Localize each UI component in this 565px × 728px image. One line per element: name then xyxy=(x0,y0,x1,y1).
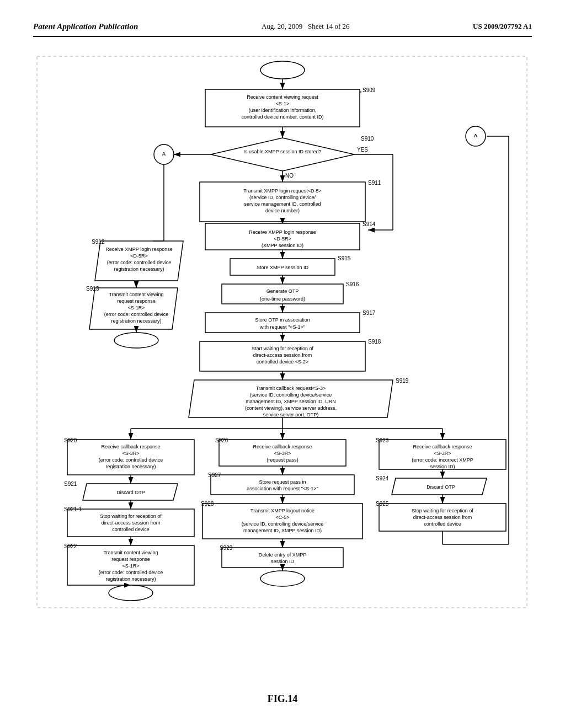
s9211-text3: controlled device xyxy=(112,527,150,532)
s922-text4: (error code: controlled device xyxy=(99,570,163,575)
s913-text1: Transmit content viewing xyxy=(109,292,163,297)
s925-label: S925 xyxy=(376,501,389,507)
yes-label: YES xyxy=(357,147,368,153)
s926-text2: <S-3R> xyxy=(274,451,291,456)
connector-a-label: A xyxy=(162,151,166,157)
end-oval-2 xyxy=(109,585,153,601)
s913-text3: <S-1R> xyxy=(127,305,145,311)
s917-text2: with request "<S-1>" xyxy=(259,324,305,330)
connector-a2-label: A xyxy=(474,133,478,138)
s909-text: Receive content viewing request xyxy=(247,94,318,100)
s909-text3: (user identification information, xyxy=(249,108,317,113)
header-center: Aug. 20, 2009 Sheet 14 of 26 xyxy=(262,22,350,31)
no-label: NO xyxy=(285,173,294,179)
s919-text3: management ID, XMPP session ID, URN xyxy=(246,399,335,404)
s925-text1: Stop waiting for reception of xyxy=(412,508,473,513)
s913-text5: registration necessary) xyxy=(111,318,161,324)
s9211-label: S921-1 xyxy=(64,506,82,512)
page: Patent Application Publication Aug. 20, … xyxy=(0,0,565,728)
s928-text1: Transmit XMPP logout notice xyxy=(250,508,315,513)
s912-text1: Receive XMPP login response xyxy=(105,247,172,252)
s914-text1: Receive XMPP login response xyxy=(249,229,316,235)
s924-text: Discard OTP xyxy=(427,484,455,490)
s9211-text2: direct-access session from xyxy=(102,520,161,526)
s928-text2: <C-5> xyxy=(275,515,289,520)
header-title: Patent Application Publication xyxy=(33,22,138,31)
s919-text4: (content viewing), service server addres… xyxy=(245,405,337,411)
s913-label: S913 xyxy=(86,286,99,292)
s918-label: S918 xyxy=(368,339,381,345)
s911-text4: device number) xyxy=(265,208,300,213)
s917-text1: Store OTP in association xyxy=(255,317,310,323)
s920-label: S920 xyxy=(64,437,77,443)
s916-label: S916 xyxy=(346,281,359,287)
s909-text4: controlled device number, content ID) xyxy=(241,114,323,120)
s914-text3: (XMPP session ID) xyxy=(262,243,303,248)
s914-text2: <D-5R> xyxy=(274,236,291,242)
s912-text2: <D-5R> xyxy=(130,253,148,259)
s911-text2: (service ID, controlling device/ xyxy=(249,195,316,200)
s929-label: S929 xyxy=(220,545,233,551)
s922-text3: <S-1R> xyxy=(122,563,139,569)
s916-text1: Generate OTP xyxy=(266,288,299,294)
s927-text1: Store request pass in xyxy=(259,479,306,485)
s912-text4: registration necessary) xyxy=(114,266,164,272)
fig-label: FIG.14 xyxy=(33,693,532,705)
s925-text2: direct-access session from xyxy=(413,515,472,520)
s922-text2: request response xyxy=(111,556,150,562)
s921-label: S921 xyxy=(64,481,77,487)
s922-label: S922 xyxy=(64,543,77,549)
s927-text2: association with request "<S-1>" xyxy=(247,486,318,491)
s912-label: S912 xyxy=(92,239,105,245)
header-patent: US 2009/207792 A1 xyxy=(473,22,532,31)
s919-label: S919 xyxy=(396,378,409,384)
s914-label: S914 xyxy=(363,221,376,227)
flowchart-svg: Receive content viewing request <S-1> (u… xyxy=(33,53,532,688)
s911-text1: Transmit XMPP login request<D-5> xyxy=(243,188,322,194)
s909-label: S909 xyxy=(363,87,376,93)
s923-label: S923 xyxy=(376,437,389,443)
s915-text: Store XMPP session ID xyxy=(257,265,308,270)
s929-text1: Delete entry of XMPP xyxy=(259,552,307,558)
start-oval xyxy=(260,61,305,79)
s928-text3: (service ID, controlling device/service xyxy=(242,521,324,527)
s909-text2: <S-1> xyxy=(276,101,290,106)
s920-text4: registration necessary) xyxy=(105,464,156,469)
s920-text2: <S-3R> xyxy=(122,451,139,456)
s928-text4: management ID, XMPP session ID) xyxy=(243,528,322,533)
s915-label: S915 xyxy=(338,255,351,261)
end-oval-1 xyxy=(114,333,158,348)
s929-text2: session ID xyxy=(271,559,295,564)
s919-text1: Transmit callback request<S-3> xyxy=(256,386,326,391)
s913-text4: (error code: controlled device xyxy=(104,312,169,317)
header-sheet: Sheet 14 of 26 xyxy=(308,22,349,30)
s922-text1: Transmit content viewing xyxy=(103,550,158,555)
s927-label: S927 xyxy=(208,472,221,478)
end-oval-3 xyxy=(260,571,305,586)
s922-text5: registration necessary) xyxy=(105,576,156,582)
s923-text3: (error code: incorrect XMPP xyxy=(412,457,473,463)
s918-text3: controlled device <S-2> xyxy=(257,359,309,365)
s920-text1: Receive callback response xyxy=(101,444,160,449)
page-header: Patent Application Publication Aug. 20, … xyxy=(33,22,532,37)
s926-label: S926 xyxy=(215,437,228,443)
s921-text: Discard OTP xyxy=(116,490,145,495)
s926-text3: (request pass) xyxy=(266,457,299,463)
s928-label: S928 xyxy=(201,501,214,507)
s918-text2: direct-access session from xyxy=(253,352,312,358)
s924-label: S924 xyxy=(376,475,389,481)
s912-text3: (error code: controlled device xyxy=(107,260,172,265)
s919-text2: (service ID, controlling device/service xyxy=(250,392,332,398)
s919-text5: service server port, OTP) xyxy=(263,412,319,417)
s923-text4: session ID) xyxy=(430,464,455,469)
s910-label: S910 xyxy=(361,136,374,142)
s916-text2: (one-time password) xyxy=(260,296,305,302)
s9211-text1: Stop waiting for reception of xyxy=(100,513,162,519)
s911-label: S911 xyxy=(368,180,381,186)
s920-text3: (error code: controlled device xyxy=(99,457,163,463)
s910-text: Is usable XMPP session ID stored? xyxy=(244,149,322,154)
s923-text2: <S-3R> xyxy=(434,451,451,456)
header-date: Aug. 20, 2009 xyxy=(262,22,302,30)
s926-text1: Receive callback response xyxy=(253,444,312,449)
s918-text1: Start waiting for reception of xyxy=(252,346,314,351)
